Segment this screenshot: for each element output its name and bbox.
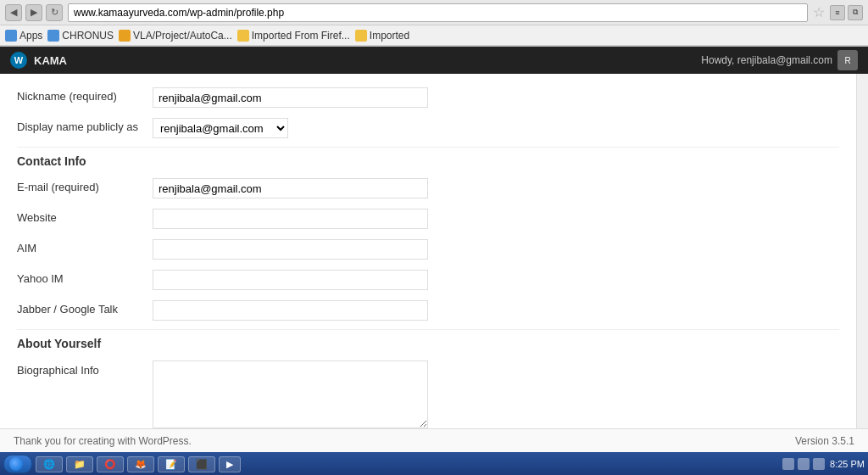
about-yourself-title: About Yourself — [17, 329, 839, 355]
media-icon: ▶ — [226, 459, 233, 470]
bio-field-wrapper: Share a little biographical information … — [153, 360, 839, 428]
nickname-row: Nickname (required) — [17, 82, 839, 113]
forward-button[interactable]: ▶ — [25, 4, 42, 21]
jabber-row: Jabber / Google Talk — [17, 295, 839, 326]
browser-toolbar: ◀ ▶ ↻ ☆ ≡ ⧉ — [0, 0, 868, 25]
email-input[interactable] — [153, 178, 428, 198]
display-name-row: Display name publicly as renjibala@gmail… — [17, 113, 839, 143]
windows-orb-icon — [9, 457, 23, 471]
bio-textarea[interactable] — [153, 360, 428, 428]
bookmark-chronus[interactable]: CHRONUS — [47, 30, 114, 42]
nickname-label: Nickname (required) — [17, 87, 153, 103]
scrollbar[interactable] — [856, 74, 868, 428]
vla-icon — [119, 30, 131, 42]
menu-btn-1[interactable]: ≡ — [830, 5, 845, 20]
bookmark-imported[interactable]: Imported — [355, 30, 409, 42]
website-input[interactable] — [153, 209, 428, 229]
ie-icon: 🌐 — [43, 459, 55, 470]
bookmark-apps[interactable]: Apps — [5, 30, 42, 42]
contact-info-title: Contact Info — [17, 147, 839, 173]
browser-menu-buttons: ≡ ⧉ — [830, 5, 863, 20]
taskbar-left: 🌐 📁 ⭕ 🦊 📝 ⬛ ▶ — [3, 455, 241, 473]
aim-input[interactable] — [153, 239, 428, 260]
nickname-field — [153, 87, 839, 108]
nickname-input[interactable] — [153, 87, 428, 108]
avatar[interactable]: R — [837, 50, 858, 70]
email-row: E-mail (required) — [17, 173, 839, 204]
chronus-icon — [47, 30, 59, 42]
display-name-label: Display name publicly as — [17, 118, 153, 133]
wp-logo: W — [10, 52, 27, 69]
aim-label: AIM — [17, 239, 153, 254]
bookmark-vla[interactable]: VLA/Project/AutoCa... — [119, 30, 232, 42]
taskbar-app-firefox[interactable]: 🦊 — [127, 456, 154, 472]
bookmark-chronus-label: CHRONUS — [62, 30, 114, 42]
terminal-icon: ⬛ — [196, 459, 208, 470]
taskbar-app-notepad[interactable]: 📝 — [158, 456, 185, 472]
wp-footer: Thank you for creating with WordPress. V… — [0, 428, 868, 452]
imported-icon — [355, 30, 367, 42]
back-button[interactable]: ◀ — [5, 4, 22, 21]
bookmark-imported-label: Imported — [370, 30, 409, 42]
bookmark-vla-label: VLA/Project/AutoCa... — [133, 30, 232, 42]
address-bar[interactable] — [68, 3, 808, 22]
aim-row: AIM — [17, 234, 839, 265]
tray-icon-1 — [782, 458, 794, 470]
taskbar-app-explorer[interactable]: 📁 — [66, 456, 93, 472]
website-label: Website — [17, 209, 153, 224]
bookmark-star-icon[interactable]: ☆ — [813, 4, 825, 20]
profile-form: Nickname (required) Display name publicl… — [0, 74, 856, 428]
footer-thank-you: Thank you for creating with WordPress. — [14, 435, 192, 447]
display-name-select[interactable]: renjibala@gmail.com — [153, 118, 288, 138]
yahoo-label: Yahoo IM — [17, 270, 153, 285]
content-area: Nickname (required) Display name publicl… — [0, 74, 856, 428]
page-wrapper: Nickname (required) Display name publicl… — [0, 74, 868, 428]
website-field-wrapper — [153, 209, 839, 229]
taskbar-app-ie[interactable]: 🌐 — [36, 456, 63, 472]
notepad-icon: 📝 — [165, 459, 177, 470]
taskbar-app-media[interactable]: ▶ — [219, 456, 241, 472]
jabber-field-wrapper — [153, 300, 839, 321]
nav-buttons: ◀ ▶ ↻ — [5, 4, 63, 21]
firefox-icon: 🦊 — [135, 459, 147, 470]
taskbar: 🌐 📁 ⭕ 🦊 📝 ⬛ ▶ 8:25 PM — [0, 452, 868, 475]
yahoo-input[interactable] — [153, 270, 428, 290]
apps-icon — [5, 30, 17, 42]
chrome-icon: ⭕ — [104, 459, 116, 470]
email-field-wrapper — [153, 178, 839, 198]
taskbar-app-terminal[interactable]: ⬛ — [188, 456, 215, 472]
start-button[interactable] — [3, 455, 32, 473]
taskbar-app-chrome[interactable]: ⭕ — [97, 456, 124, 472]
yahoo-field-wrapper — [153, 270, 839, 290]
wp-admin-bar: W KAMA Howdy, renjibala@gmail.com R — [0, 47, 868, 74]
taskbar-right: 8:25 PM — [782, 458, 865, 470]
menu-btn-2[interactable]: ⧉ — [848, 5, 863, 20]
bio-label: Biographical Info — [17, 360, 153, 377]
refresh-button[interactable]: ↻ — [46, 4, 63, 21]
bio-row: Biographical Info Share a little biograp… — [17, 355, 839, 428]
tray-icon-2 — [798, 458, 810, 470]
bookmarks-bar: Apps CHRONUS VLA/Project/AutoCa... Impor… — [0, 25, 868, 46]
jabber-input[interactable] — [153, 300, 428, 321]
bookmark-imported-firefox-label: Imported From Firef... — [252, 30, 350, 42]
howdy-section: Howdy, renjibala@gmail.com R — [701, 50, 858, 70]
website-row: Website — [17, 204, 839, 234]
explorer-icon: 📁 — [74, 459, 86, 470]
site-name[interactable]: KAMA — [34, 54, 67, 67]
bookmark-imported-firefox[interactable]: Imported From Firef... — [237, 30, 350, 42]
bookmark-apps-label: Apps — [19, 30, 42, 42]
tray-icon-3 — [813, 458, 825, 470]
footer-version: Version 3.5.1 — [795, 435, 854, 447]
display-name-field: renjibala@gmail.com — [153, 118, 839, 138]
imported-firefox-icon — [237, 30, 249, 42]
email-label: E-mail (required) — [17, 178, 153, 193]
howdy-text: Howdy, renjibala@gmail.com — [701, 54, 832, 66]
sys-tray — [782, 458, 825, 470]
yahoo-row: Yahoo IM — [17, 265, 839, 295]
aim-field-wrapper — [153, 239, 839, 260]
jabber-label: Jabber / Google Talk — [17, 300, 153, 316]
taskbar-time: 8:25 PM — [830, 459, 865, 469]
browser-chrome: ◀ ▶ ↻ ☆ ≡ ⧉ Apps CHRONUS VLA/Project/Aut… — [0, 0, 868, 47]
